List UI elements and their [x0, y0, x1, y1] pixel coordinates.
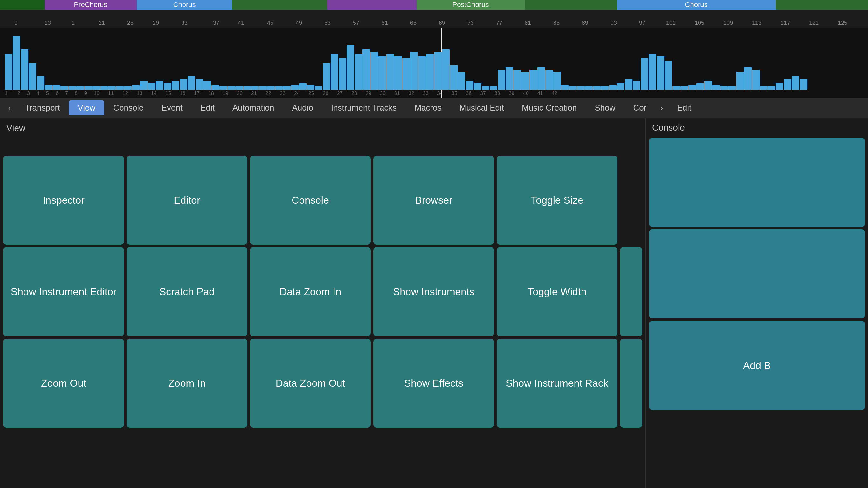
console-cell-1[interactable] [649, 138, 865, 227]
waveform-bar [649, 54, 656, 90]
waveform-bar [307, 86, 314, 90]
waveform-bar [466, 81, 473, 90]
waveform-bar [505, 67, 513, 90]
scratch-pad-button[interactable]: Scratch Pad [127, 247, 247, 336]
tab-console[interactable]: Console [104, 100, 152, 115]
waveform-bar [633, 81, 640, 90]
console-button[interactable]: Console [250, 156, 371, 245]
console-cell-2[interactable] [649, 229, 865, 318]
tab-show[interactable]: Show [586, 100, 624, 115]
waveform-bar [251, 87, 259, 90]
waveform-bar [235, 87, 243, 90]
waveform-bar [100, 87, 108, 90]
waveform-bar [514, 70, 521, 90]
waveform-bar [704, 81, 712, 90]
tab-event[interactable]: Event [153, 100, 192, 115]
data-zoom-out-button[interactable]: Data Zoom Out [250, 339, 371, 428]
waveform-bar [5, 54, 12, 90]
waveform-bar [553, 72, 561, 90]
waveform-bar [410, 52, 418, 90]
tab-nav-prev[interactable]: ‹ [3, 100, 16, 116]
waveform-bar [92, 87, 100, 90]
tab-musical-edit[interactable]: Musical Edit [451, 100, 513, 115]
show-effects-button[interactable]: Show Effects [373, 339, 494, 428]
tab-instrument-tracks[interactable]: Instrument Tracks [322, 100, 406, 115]
tab-edit-2[interactable]: Edit [668, 100, 700, 115]
song-section-header: PreChorus Chorus PostChorus Chorus [0, 0, 868, 9]
toggle-width-button[interactable]: Toggle Width [497, 247, 617, 336]
waveform-bar [156, 81, 163, 90]
waveform-bar [13, 36, 20, 90]
tab-automation[interactable]: Automation [223, 100, 283, 115]
grid-row-3: Zoom Out Zoom In Data Zoom Out Show Effe… [3, 339, 642, 428]
waveform-bar [108, 87, 116, 90]
tab-view[interactable]: View [69, 100, 104, 115]
waveform-bar [60, 87, 68, 90]
waveform-bar [347, 45, 354, 90]
content-area: View Inspector Editor Console Browser To… [0, 118, 868, 488]
chorus-label-1: Chorus [173, 1, 196, 9]
app-container: PreChorus Chorus PostChorus Chorus 9 13 … [0, 0, 868, 488]
waveform-bar [585, 87, 593, 90]
waveform-bar [696, 83, 704, 90]
waveform-bar [339, 59, 346, 90]
waveform-bar [792, 76, 799, 90]
waveform-bar [784, 79, 792, 90]
waveform-bar [760, 87, 768, 90]
waveform-bar [720, 87, 728, 90]
waveform-bar [275, 87, 283, 90]
waveform-bar [140, 81, 148, 90]
waveform-bar [657, 56, 664, 90]
inspector-button[interactable]: Inspector [3, 156, 124, 245]
view-panel: View Inspector Editor Console Browser To… [0, 118, 645, 488]
waveform-area[interactable]: 1 2 3 4 5 6 7 8 9 10 11 12 13 14 15 16 1… [0, 28, 868, 98]
zoom-out-button[interactable]: Zoom Out [3, 339, 124, 428]
toggle-size-button[interactable]: Toggle Size [497, 156, 617, 245]
tab-macros[interactable]: Macros [406, 100, 451, 115]
grid-row-1: Inspector Editor Console Browser Toggle … [3, 156, 642, 245]
waveform-bar [323, 63, 330, 90]
tab-cor[interactable]: Cor [624, 100, 655, 115]
show-instrument-editor-button[interactable]: Show Instrument Editor [3, 247, 124, 336]
grid-row-2: Show Instrument Editor Scratch Pad Data … [3, 247, 642, 336]
waveform-bar [84, 87, 92, 90]
waveform-bar [418, 56, 426, 90]
tab-edit[interactable]: Edit [191, 100, 223, 115]
waveform-bar [227, 87, 235, 90]
view-section-title: View [6, 123, 25, 133]
zoom-in-button[interactable]: Zoom In [127, 339, 247, 428]
add-b-button[interactable]: Add B [649, 321, 865, 410]
waveform-bar [776, 83, 783, 90]
waveform-bar [458, 72, 465, 90]
waveform-bar [370, 52, 378, 90]
browser-button[interactable]: Browser [373, 156, 494, 245]
waveform-bar [641, 59, 648, 90]
tab-nav-next[interactable]: › [655, 100, 668, 116]
tab-music-creation[interactable]: Music Creation [513, 100, 586, 115]
tab-transport[interactable]: Transport [16, 100, 69, 115]
waveform-bar [474, 83, 482, 90]
waveform-bar [601, 87, 609, 90]
waveform-bar [37, 76, 44, 90]
waveform-bar [259, 87, 267, 90]
waveform-bar [521, 72, 529, 90]
chorus-label-2: Chorus [685, 1, 708, 9]
waveform-bar [442, 49, 450, 90]
tab-audio[interactable]: Audio [283, 100, 322, 115]
data-zoom-in-button[interactable]: Data Zoom In [250, 247, 371, 336]
waveform-bar [132, 86, 140, 90]
show-instrument-rack-button[interactable]: Show Instrument Rack [497, 339, 617, 428]
waveform-bar [29, 63, 36, 90]
waveform-bar [124, 87, 132, 90]
waveform-bar [267, 87, 275, 90]
waveform-bar [593, 87, 600, 90]
waveform-bar [426, 54, 434, 90]
waveform-bar [164, 83, 172, 90]
waveform-bar [450, 65, 458, 90]
waveform-bar [299, 83, 307, 90]
show-instruments-button[interactable]: Show Instruments [373, 247, 494, 336]
editor-button[interactable]: Editor [127, 156, 247, 245]
waveform-bar [617, 83, 624, 90]
rap-bridge-label: PostChorus [453, 1, 489, 9]
waveform-bar [529, 70, 537, 90]
